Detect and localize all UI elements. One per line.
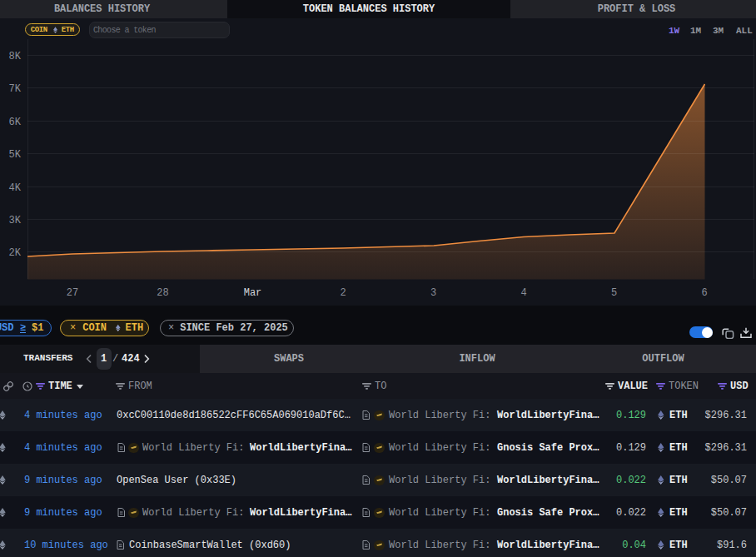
- svg-text:6K: 6K: [9, 117, 22, 128]
- svg-text:3K: 3K: [9, 215, 22, 226]
- svg-text:2K: 2K: [9, 247, 22, 259]
- svg-text:7K: 7K: [9, 83, 22, 95]
- svg-text:5: 5: [611, 287, 617, 299]
- svg-text:3: 3: [430, 287, 436, 299]
- svg-text:Mar: Mar: [244, 287, 262, 299]
- svg-text:27: 27: [67, 287, 78, 299]
- svg-text:8K: 8K: [9, 51, 22, 62]
- svg-text:4K: 4K: [9, 182, 22, 194]
- svg-text:28: 28: [157, 287, 168, 299]
- svg-text:2: 2: [340, 287, 346, 299]
- svg-text:5K: 5K: [9, 149, 22, 161]
- svg-text:6: 6: [701, 287, 707, 299]
- svg-text:4: 4: [520, 287, 526, 299]
